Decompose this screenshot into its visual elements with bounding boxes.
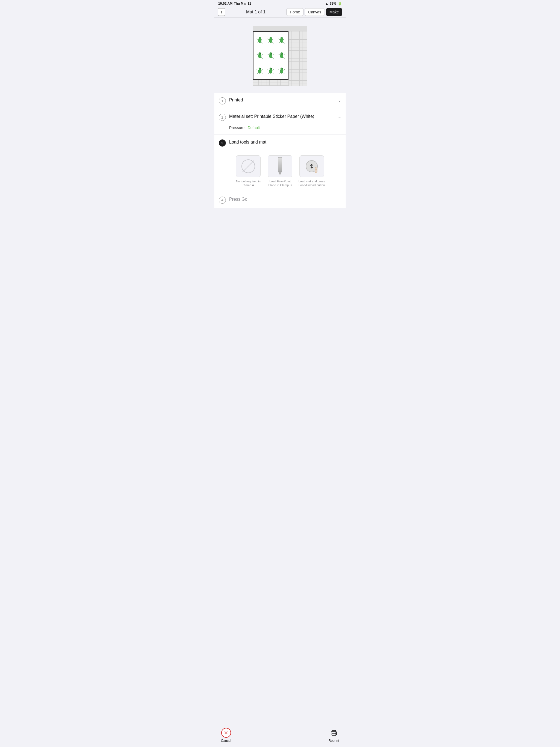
step-1-chevron: ⌄ [338, 97, 341, 103]
svg-rect-75 [332, 733, 336, 736]
gecko-cell [276, 48, 287, 63]
svg-line-27 [261, 54, 263, 55]
svg-point-23 [282, 38, 282, 38]
main-content: Cricut [214, 18, 346, 747]
step-4-row: 4 Press Go [214, 192, 346, 208]
svg-line-61 [272, 73, 274, 74]
make-button[interactable]: Make [326, 8, 342, 16]
cancel-button[interactable]: ✕ Cancel [221, 728, 231, 743]
svg-point-76 [335, 732, 336, 733]
svg-line-66 [279, 70, 280, 70]
nav-bar: 1 Mat 1 of 1 Home Canvas Make [214, 6, 346, 18]
svg-line-50 [257, 70, 258, 70]
home-button[interactable]: Home [286, 8, 304, 16]
svg-line-5 [261, 42, 263, 43]
blade-body [278, 157, 282, 172]
pressure-value: Default [248, 126, 260, 130]
bottom-toolbar: ✕ Cancel Reprint [214, 725, 346, 747]
gecko-cell [276, 33, 287, 48]
step-2-content: Pressure : Default [214, 125, 346, 135]
step-3-label: Load tools and mat [229, 139, 341, 145]
svg-line-52 [257, 73, 259, 74]
svg-line-36 [268, 57, 270, 58]
svg-point-39 [271, 53, 272, 54]
svg-point-7 [260, 38, 261, 38]
mat-canvas: Cricut [253, 26, 307, 86]
battery-icon: 🔋 [338, 2, 342, 5]
mat-ruler [253, 26, 307, 31]
reprint-button[interactable]: Reprint [328, 728, 339, 743]
status-bar-right: ▲ 32% 🔋 [325, 2, 342, 5]
svg-line-18 [279, 39, 280, 40]
step-2-label: Material set: Printable Sticker Paper (W… [229, 113, 338, 119]
svg-point-6 [259, 38, 259, 38]
svg-point-22 [281, 38, 281, 38]
mat-preview-container: Cricut [214, 18, 346, 93]
step-3-number: 3 [219, 139, 226, 147]
svg-line-26 [257, 54, 258, 55]
svg-line-13 [272, 42, 274, 43]
mat-badge: 1 [218, 8, 225, 16]
mat-grid-right [288, 31, 307, 86]
gecko-cell [255, 48, 265, 63]
gecko-cell [265, 33, 276, 48]
svg-point-71 [282, 68, 282, 69]
reprint-icon [329, 728, 339, 738]
blade-tip [278, 172, 282, 175]
nav-bar-right: Home Canvas Make [286, 8, 342, 16]
svg-line-60 [268, 73, 270, 74]
gecko-cell [265, 48, 276, 63]
tools-row: No tool required in Clamp A Load Fine-Po… [214, 151, 346, 192]
svg-line-43 [283, 54, 285, 55]
step-3-row: 3 Load tools and mat [214, 135, 346, 151]
step-1-label: Printed [229, 97, 338, 103]
mat-grid-bottom [253, 80, 288, 86]
svg-point-30 [259, 53, 259, 54]
svg-line-19 [283, 39, 285, 40]
svg-point-38 [270, 53, 271, 54]
svg-point-46 [281, 53, 281, 54]
step-4-number: 4 [219, 197, 226, 204]
gecko-cell [255, 33, 265, 48]
time-display: 10:52 AM [218, 2, 232, 5]
pressure-row: Pressure : Default [229, 126, 260, 130]
svg-line-45 [283, 57, 285, 58]
step-1-row[interactable]: 1 Printed ⌄ [214, 93, 346, 109]
svg-line-4 [257, 42, 259, 43]
step-2-row[interactable]: 2 Material set: Printable Sticker Paper … [214, 109, 346, 125]
svg-point-47 [282, 53, 282, 54]
no-tool-icon [241, 159, 255, 173]
load-mat-icon [306, 160, 318, 172]
blade-icon-box [268, 155, 292, 177]
cancel-label: Cancel [221, 739, 231, 743]
svg-point-63 [271, 68, 272, 69]
step-2-chevron: ⌄ [338, 113, 341, 119]
canvas-button[interactable]: Canvas [305, 8, 325, 16]
svg-line-68 [279, 73, 281, 74]
gecko-cell [255, 63, 265, 78]
svg-point-31 [260, 53, 261, 54]
step-4-label: Press Go [229, 196, 341, 202]
battery-display: 32% [330, 2, 336, 5]
load-mat-icon-box [299, 155, 324, 177]
svg-line-12 [268, 42, 270, 43]
pressure-label: Pressure : [229, 126, 247, 130]
svg-line-67 [283, 70, 285, 70]
gecko-cell [265, 63, 276, 78]
cancel-icon: ✕ [221, 728, 231, 738]
reprint-label: Reprint [328, 739, 339, 743]
status-bar: 10:52 AM Thu Mar 11 ▲ 32% 🔋 [214, 0, 346, 6]
svg-line-69 [283, 73, 285, 74]
print-area [253, 31, 288, 80]
tool-item-blade: Load Fine-Point Blade in Clamp B [266, 155, 294, 187]
svg-line-58 [268, 70, 269, 70]
svg-line-20 [279, 42, 281, 43]
svg-point-15 [271, 38, 272, 38]
load-mat-label: Load mat and press Load/Unload button [298, 179, 325, 187]
svg-line-10 [268, 39, 269, 40]
svg-line-2 [257, 39, 258, 40]
svg-point-70 [281, 68, 281, 69]
svg-point-14 [270, 38, 271, 38]
blade-label: Load Fine-Point Blade in Clamp B [266, 179, 294, 187]
svg-point-62 [270, 68, 271, 69]
